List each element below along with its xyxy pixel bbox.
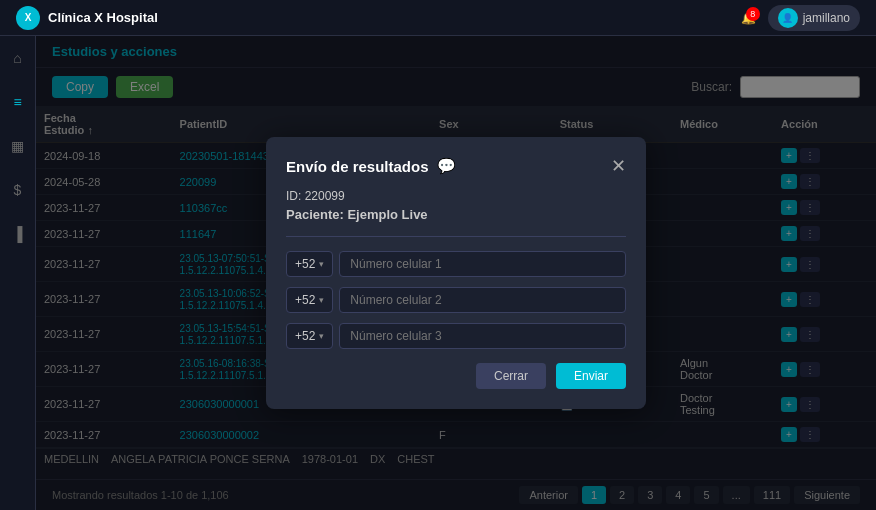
country-code-3[interactable]: +52 ▾ [286,323,333,349]
username: jamillano [803,11,850,25]
close-button[interactable]: Cerrar [476,363,546,389]
app-logo: X [16,6,40,30]
modal-header: Envío de resultados 💬 ✕ [286,157,626,175]
send-results-modal: Envío de resultados 💬 ✕ ID: 220099 Pacie… [266,137,646,409]
modal-title: Envío de resultados 💬 [286,157,456,175]
bell-badge: 8 [746,7,760,21]
notifications-bell[interactable]: 🔔 8 [741,11,756,25]
chevron-down-icon: ▾ [319,331,324,341]
modal-id: ID: 220099 [286,189,626,203]
app-title: Clínica X Hospital [48,10,158,25]
avatar: 👤 [778,8,798,28]
send-button[interactable]: Enviar [556,363,626,389]
phone-input-3[interactable] [339,323,626,349]
whatsapp-icon: 💬 [437,157,456,175]
sidebar-item-home[interactable]: ⌂ [4,44,32,72]
chevron-down-icon: ▾ [319,259,324,269]
chevron-down-icon: ▾ [319,295,324,305]
topbar-left: X Clínica X Hospital [16,6,158,30]
modal-patient: Paciente: Ejemplo Live [286,207,626,222]
modal-divider [286,236,626,237]
topbar: X Clínica X Hospital 🔔 8 👤 jamillano [0,0,876,36]
topbar-right: 🔔 8 👤 jamillano [741,5,860,31]
sidebar-item-analytics[interactable]: ▐ [4,220,32,248]
phone-row-3: +52 ▾ [286,323,626,349]
sidebar-item-billing[interactable]: $ [4,176,32,204]
modal-close-button[interactable]: ✕ [611,157,626,175]
phone-input-2[interactable] [339,287,626,313]
country-code-2[interactable]: +52 ▾ [286,287,333,313]
sidebar-item-calendar[interactable]: ▦ [4,132,32,160]
phone-row-1: +52 ▾ [286,251,626,277]
country-code-1[interactable]: +52 ▾ [286,251,333,277]
modal-overlay: Envío de resultados 💬 ✕ ID: 220099 Pacie… [36,36,876,510]
modal-footer: Cerrar Enviar [286,363,626,389]
user-menu[interactable]: 👤 jamillano [768,5,860,31]
sidebar: ⌂ ≡ ▦ $ ▐ [0,36,36,510]
phone-input-1[interactable] [339,251,626,277]
phone-row-2: +52 ▾ [286,287,626,313]
sidebar-item-studies[interactable]: ≡ [4,88,32,116]
